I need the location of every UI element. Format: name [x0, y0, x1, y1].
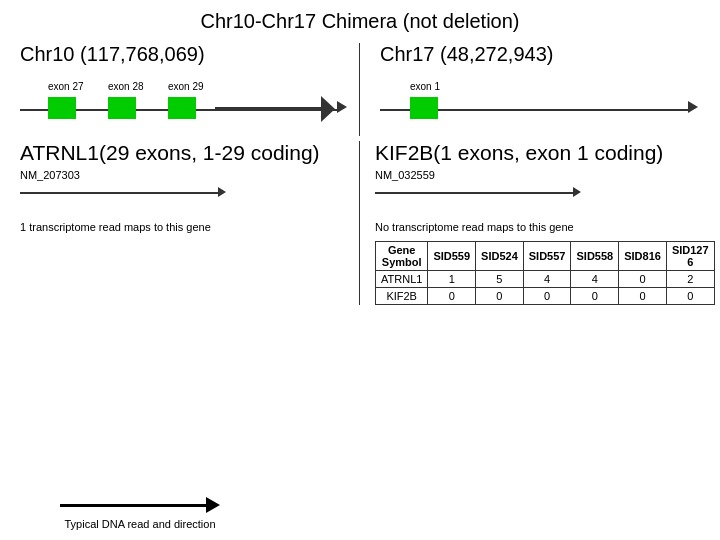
chr17-track: exon 1 — [380, 71, 700, 131]
chr17-label: Chr17 (48,272,943) — [380, 43, 700, 66]
col-sid559: SID559 — [428, 242, 476, 271]
cell-kif2b-sid558: 0 — [571, 288, 619, 305]
cell-atrnl1-sid558: 4 — [571, 271, 619, 288]
col-sid558: SID558 — [571, 242, 619, 271]
cell-atrnl1-symbol: ATRNL1 — [376, 271, 428, 288]
cell-atrnl1-sid557: 4 — [523, 271, 571, 288]
table-row-atrnl1: ATRNL1 1 5 4 4 0 2 — [376, 271, 715, 288]
exon29-label: exon 29 — [168, 81, 204, 92]
data-table: GeneSymbol SID559 SID524 SID557 SID558 S… — [375, 241, 715, 305]
cell-atrnl1-sid1276: 2 — [666, 271, 714, 288]
exon28-block — [108, 97, 136, 119]
cell-kif2b-symbol: KIF2B — [376, 288, 428, 305]
table-row-kif2b: KIF2B 0 0 0 0 0 0 — [376, 288, 715, 305]
col-gene-symbol: GeneSymbol — [376, 242, 428, 271]
chr17-arrowhead — [688, 101, 698, 113]
typical-dna-arrow-line — [60, 504, 206, 507]
col-sid524: SID524 — [476, 242, 524, 271]
typical-dna-section: Typical DNA read and direction — [60, 496, 220, 530]
typical-dna-label: Typical DNA read and direction — [64, 518, 215, 530]
col-sid557: SID557 — [523, 242, 571, 271]
gene-right-nm-arrow — [375, 183, 700, 201]
cell-kif2b-sid816: 0 — [619, 288, 667, 305]
chr10-section: Chr10 (117,768,069) exon 27 exon 28 exon… — [20, 43, 360, 136]
cell-atrnl1-sid524: 5 — [476, 271, 524, 288]
exon28-label: exon 28 — [108, 81, 144, 92]
chr10-label: Chr10 (117,768,069) — [20, 43, 349, 66]
cell-kif2b-sid1276: 0 — [666, 288, 714, 305]
chr10-track: exon 27 exon 28 exon 29 — [20, 71, 349, 131]
exon29-block — [168, 97, 196, 119]
cell-atrnl1-sid816: 0 — [619, 271, 667, 288]
exon27-label: exon 27 — [48, 81, 84, 92]
gene-left-nm: NM_207303 — [20, 169, 349, 181]
gene-right-nm: NM_032559 — [375, 169, 700, 181]
col-sid1276: SID1276 — [666, 242, 714, 271]
exon1-block — [410, 97, 438, 119]
cell-kif2b-sid524: 0 — [476, 288, 524, 305]
gene-right-transcriptome: No transcriptome read maps to this gene — [375, 221, 700, 233]
page-container: Chr10-Chr17 Chimera (not deletion) Chr10… — [0, 0, 720, 540]
fusion-arrow — [215, 96, 335, 122]
gene-left-section: ATRNL1(29 exons, 1-29 coding) NM_207303 … — [20, 141, 360, 305]
gene-left-transcriptome: 1 transcriptome read maps to this gene — [20, 221, 349, 233]
main-title: Chr10-Chr17 Chimera (not deletion) — [20, 10, 700, 33]
exon1-label: exon 1 — [410, 81, 440, 92]
chr17-section: Chr17 (48,272,943) exon 1 — [360, 43, 700, 136]
typical-dna-arrowhead — [206, 497, 220, 513]
cell-kif2b-sid559: 0 — [428, 288, 476, 305]
exon27-block — [48, 97, 76, 119]
gene-right-name: KIF2B(1 exons, exon 1 coding) — [375, 141, 700, 165]
cell-atrnl1-sid559: 1 — [428, 271, 476, 288]
typical-dna-arrow-container — [60, 496, 220, 514]
chr10-arrowhead — [337, 101, 347, 113]
gene-left-nm-arrow — [20, 183, 349, 201]
gene-right-section: KIF2B(1 exons, exon 1 coding) NM_032559 … — [360, 141, 700, 305]
gene-left-name: ATRNL1(29 exons, 1-29 coding) — [20, 141, 349, 165]
col-sid816: SID816 — [619, 242, 667, 271]
cell-kif2b-sid557: 0 — [523, 288, 571, 305]
